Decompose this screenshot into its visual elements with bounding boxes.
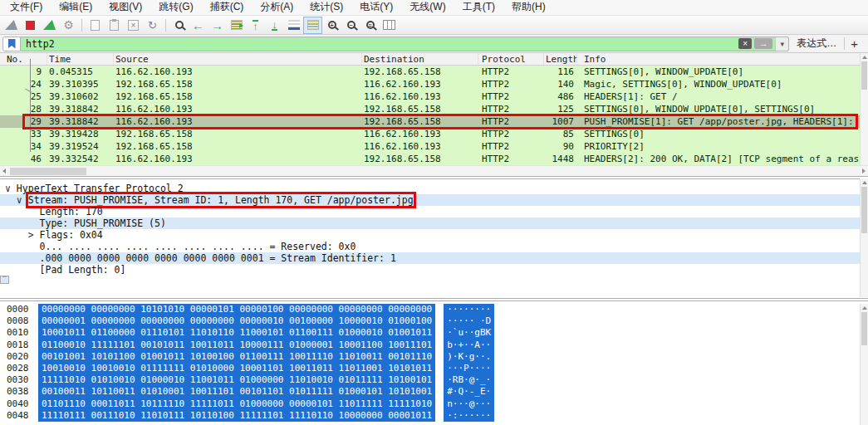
- hex-bits[interactable]: 11111010 01010010 01000010 11001011 0100…: [38, 374, 435, 386]
- hex-bits[interactable]: 00000000 00000000 10101010 00000101 0000…: [38, 304, 435, 315]
- zoom-out-icon[interactable]: −: [342, 17, 360, 33]
- menu-item[interactable]: 电话(Y): [351, 0, 401, 16]
- hex-row[interactable]: 0020 00101001 10101100 01001011 10100100…: [0, 351, 868, 363]
- resize-columns-icon[interactable]: [380, 17, 398, 33]
- menu-item[interactable]: 分析(A): [252, 0, 302, 16]
- packet-row[interactable]: 33 39.319428 192.168.65.158 116.62.160.1…: [0, 128, 868, 140]
- packet-row[interactable]: 9 0.045315 116.62.160.193 192.168.65.158…: [0, 66, 868, 78]
- detail-row[interactable]: Type: PUSH_PROMISE (5): [0, 217, 868, 229]
- details-vscrollbar[interactable]: [860, 178, 868, 297]
- hex-ascii[interactable]: ·`u··gBK: [444, 327, 494, 339]
- column-header-time[interactable]: Time: [47, 53, 114, 65]
- add-filter-button[interactable]: +: [845, 37, 866, 51]
- go-last-icon[interactable]: ↓: [266, 17, 283, 33]
- filter-bookmark-icon[interactable]: [2, 37, 21, 51]
- detail-row[interactable]: [Pad Length: 0]: [0, 264, 868, 276]
- hex-bits[interactable]: 10001011 01100000 01110101 11010110 1100…: [38, 327, 435, 339]
- hex-ascii[interactable]: ····· ·D: [444, 315, 494, 327]
- packet-row[interactable]: 46 39.332542 116.62.160.193 192.168.65.1…: [0, 153, 868, 165]
- menu-item[interactable]: 文件(F): [2, 0, 51, 16]
- hex-row[interactable]: 0030 11111010 01010010 01000010 11001011…: [0, 374, 868, 386]
- hex-ascii[interactable]: b·+··A··: [444, 340, 494, 351]
- go-to-packet-icon[interactable]: [228, 17, 245, 33]
- hex-row[interactable]: 0018 01100010 11111101 00101011 10011011…: [0, 340, 868, 351]
- go-back-icon[interactable]: ←: [189, 17, 207, 33]
- hex-row[interactable]: 0048 11110111 00111010 11010111 10110100…: [0, 410, 868, 422]
- hex-bits[interactable]: 11110111 00111010 11010111 10110100 1111…: [38, 410, 435, 422]
- column-header-protocol[interactable]: Protocol: [478, 53, 544, 65]
- packet-list-hscrollbar[interactable]: [0, 165, 868, 176]
- hscroll-thumb[interactable]: [10, 168, 86, 175]
- hex-row[interactable]: 0028 10010010 10010010 01111111 01010000…: [0, 363, 868, 374]
- detail-row[interactable]: Length: 170: [0, 206, 868, 217]
- hscroll-right-arrow[interactable]: [860, 169, 868, 173]
- hex-ascii[interactable]: n···@···: [444, 398, 494, 410]
- expander-icon[interactable]: [5, 264, 40, 276]
- detail-row[interactable]: .000 0000 0000 0000 0000 0000 0000 0001 …: [0, 252, 868, 264]
- bytes-vscrollbar[interactable]: [860, 304, 868, 425]
- find-packet-icon[interactable]: [170, 17, 188, 33]
- menu-item[interactable]: 帮助(H): [503, 0, 554, 16]
- expander-icon[interactable]: [5, 206, 40, 217]
- expander-icon[interactable]: [5, 241, 40, 252]
- menu-item[interactable]: 统计(S): [302, 0, 351, 16]
- hex-bits[interactable]: 10010010 10010010 01111111 01010000 1000…: [38, 363, 435, 374]
- hex-bits[interactable]: 01100010 11111101 00101011 10011011 1000…: [38, 340, 435, 351]
- packet-row[interactable]: 28 39.318842 116.62.160.193 192.168.65.1…: [0, 103, 868, 115]
- hex-ascii[interactable]: )·K·g··.: [444, 351, 494, 363]
- filter-apply-icon[interactable]: →: [754, 38, 772, 49]
- hex-bits[interactable]: 01101110 00011011 10111110 11111011 0100…: [38, 398, 435, 410]
- menu-item[interactable]: 跳转(G): [150, 0, 201, 16]
- auto-scroll-icon[interactable]: [285, 17, 302, 33]
- go-forward-icon[interactable]: →: [208, 17, 226, 33]
- hex-bits[interactable]: 00101001 10101100 01001011 10100100 0110…: [38, 351, 435, 363]
- column-header-length[interactable]: Length: [544, 53, 577, 65]
- hex-ascii[interactable]: ·RB·@·_·: [444, 374, 494, 386]
- go-first-icon[interactable]: ↑: [247, 17, 264, 33]
- column-header-source[interactable]: Source: [114, 53, 362, 65]
- menu-item[interactable]: 无线(W): [401, 0, 454, 16]
- detail-row[interactable]: ∨ Stream: PUSH_PROMISE, Stream ID: 1, Le…: [0, 194, 868, 206]
- capture-options-icon[interactable]: ⚙: [60, 17, 77, 33]
- hex-row[interactable]: 0038 00100011 10110011 01010001 10011101…: [0, 386, 868, 398]
- expander-icon[interactable]: [6, 276, 9, 284]
- menu-item[interactable]: 工具(T): [454, 0, 503, 16]
- packet-row[interactable]: 25 39.310602 192.168.65.158 116.62.160.1…: [0, 90, 868, 103]
- stop-capture-icon[interactable]: [22, 17, 39, 33]
- hex-bits[interactable]: 00000001 00000000 00000000 00000000 0000…: [38, 315, 435, 327]
- detail-row[interactable]: ∨ HyperText Transfer Protocol 2: [0, 183, 868, 194]
- restart-capture-icon[interactable]: [41, 17, 58, 33]
- hex-row[interactable]: 0000 00000000 00000000 10101010 00000101…: [0, 304, 868, 315]
- colorize-icon[interactable]: [304, 17, 321, 33]
- expander-icon[interactable]: >: [5, 229, 40, 241]
- hex-ascii[interactable]: ·:······: [444, 410, 494, 422]
- filter-clear-icon[interactable]: ×: [738, 38, 752, 49]
- packet-row[interactable]: 24 39.310395 192.168.65.158 116.62.160.1…: [0, 78, 868, 90]
- hex-row[interactable]: 0010 10001011 01100000 01110101 11010110…: [0, 327, 868, 339]
- expander-icon[interactable]: ∨: [5, 194, 28, 206]
- expander-icon[interactable]: ∨: [5, 183, 17, 194]
- menu-item[interactable]: 捕获(C): [202, 0, 253, 16]
- hex-ascii[interactable]: ···P····: [444, 363, 494, 374]
- start-capture-icon[interactable]: [2, 17, 20, 33]
- display-filter-input[interactable]: http2 × → ▾: [21, 37, 789, 51]
- hscroll-left-arrow[interactable]: [0, 169, 8, 173]
- detail-row[interactable]: > Flags: 0x04: [0, 229, 868, 241]
- filter-dropdown-icon[interactable]: ▾: [775, 37, 788, 51]
- save-file-icon[interactable]: [105, 17, 123, 33]
- packet-row[interactable]: 34 39.319524 192.168.65.158 116.62.160.1…: [0, 140, 868, 153]
- hex-row[interactable]: 0008 00000001 00000000 00000000 00000000…: [0, 315, 868, 327]
- menu-item[interactable]: 视图(V): [101, 0, 150, 16]
- zoom-in-icon[interactable]: +: [323, 17, 341, 33]
- expression-button[interactable]: 表达式…: [789, 37, 844, 51]
- expander-icon[interactable]: [5, 252, 40, 264]
- hex-ascii[interactable]: ········: [444, 304, 494, 315]
- open-file-icon[interactable]: [86, 17, 104, 33]
- column-header-destination[interactable]: Destination: [362, 53, 478, 65]
- menu-item[interactable]: 编辑(E): [51, 0, 101, 16]
- column-header-no[interactable]: No.: [0, 53, 47, 65]
- hex-ascii[interactable]: #·Q·-_E·: [444, 386, 494, 398]
- packet-list-vscrollbar[interactable]: [860, 53, 868, 165]
- detail-row[interactable]: 0... .... .... .... .... .... .... .... …: [0, 241, 868, 252]
- filter-value[interactable]: http2: [21, 38, 738, 50]
